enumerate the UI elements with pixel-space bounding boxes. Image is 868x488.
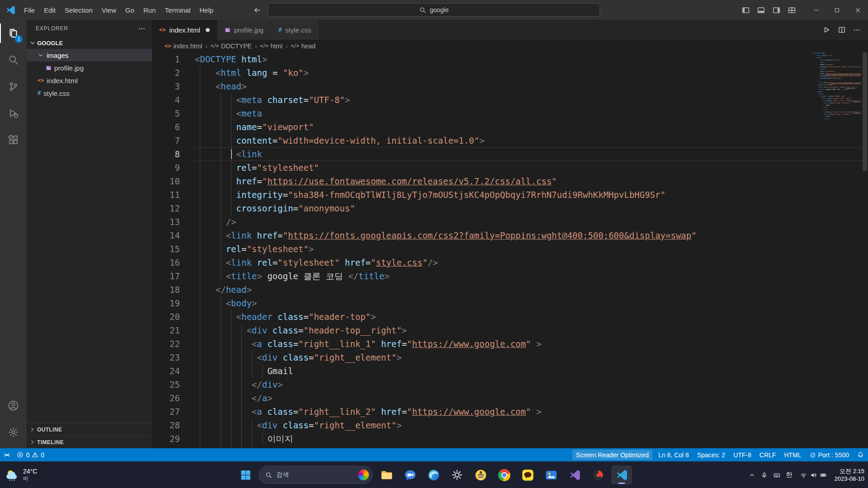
taskbar-photos[interactable] [541,465,561,484]
line-number-26[interactable]: 26 [152,391,180,405]
line-number-21[interactable]: 21 [152,324,180,337]
tab-profile.jpg[interactable]: profile.jpg [217,20,271,40]
taskbar-red-circle-app[interactable] [588,465,609,484]
menu-help[interactable]: Help [195,0,218,20]
code-line-12[interactable]: crossorigin="anonymous" [195,202,863,215]
status-crlf[interactable]: CRLF [755,448,780,461]
line-number-30[interactable]: 30 [152,446,180,448]
code-line-16[interactable]: <link rel="stylesheet" href="style.css"/… [195,256,863,269]
remote-indicator[interactable]: >< [0,448,13,461]
taskbar-chrome[interactable] [494,465,514,484]
code-line-25[interactable]: </div> [195,378,863,391]
code-line-7[interactable]: content="width=device-width, initial-sca… [195,134,863,147]
activitybar-run-and-debug[interactable] [0,100,27,127]
line-number-28[interactable]: 28 [152,418,180,432]
line-number-10[interactable]: 10 [152,174,180,188]
menu-terminal[interactable]: Terminal [160,0,195,20]
code-line-22[interactable]: <a class="right__link_1" href="https://w… [195,337,863,351]
line-number-4[interactable]: 4 [152,93,180,107]
code-line-6[interactable]: name="viewport" [195,120,863,134]
menu-selection[interactable]: Selection [60,0,97,20]
taskbar-file-explorer[interactable] [376,465,397,484]
code-line-24[interactable]: Gmail [195,364,863,378]
weather-widget[interactable]: 24°C 비 [5,468,37,483]
toggle-panel-button[interactable] [753,0,769,20]
notifications-button[interactable] [853,448,868,461]
code-line-19[interactable]: <body> [195,296,863,310]
code-line-5[interactable]: <meta [195,107,863,120]
tree-item-style.css[interactable]: #style.css [27,87,152,99]
line-number-5[interactable]: 5 [152,107,180,120]
tab-index.html[interactable]: <>index.html [152,20,217,40]
breadcrumb-head[interactable]: </>head [291,42,316,50]
line-number-18[interactable]: 18 [152,283,180,296]
code-line-28[interactable]: <div class="right__element"> [195,418,863,432]
taskbar-search-box[interactable]: 검색 [259,466,373,484]
breadcrumb-html[interactable]: </>html [260,42,283,50]
line-number-16[interactable]: 16 [152,256,180,269]
line-number-22[interactable]: 22 [152,337,180,351]
taskbar-kakaotalk[interactable] [517,465,538,484]
tray-hidden-icons[interactable] [749,472,755,478]
code-line-29[interactable]: 이미지 [195,432,863,446]
line-number-3[interactable]: 3 [152,80,180,93]
line-number-29[interactable]: 29 [152,432,180,446]
line-number-27[interactable]: 27 [152,405,180,418]
activitybar-explorer[interactable]: 1 [0,20,27,47]
code-line-4[interactable]: <meta charset="UTF-8"> [195,93,863,107]
status-utf-8[interactable]: UTF-8 [729,448,755,461]
code-line-10[interactable]: href="https://use.fontawesome.com/releas… [195,174,863,188]
tab-style.css[interactable]: #style.css [271,20,319,40]
tree-item-index.html[interactable]: <>index.html [27,74,152,87]
tree-item-images[interactable]: images [27,49,152,61]
workspace-section-header[interactable]: GOOGLE [27,37,152,49]
toggle-secondary-sidebar-button[interactable] [769,0,784,20]
code-line-18[interactable]: </head> [195,283,863,296]
more-actions-icon[interactable] [853,26,861,34]
run-icon[interactable] [822,26,830,34]
tray-touch-keyboard[interactable] [774,472,780,479]
line-number-15[interactable]: 15 [152,242,180,256]
breadcrumb-DOCTYPE[interactable]: </>DOCTYPE [211,42,252,50]
activitybar-accounts[interactable] [0,392,27,419]
menu-run[interactable]: Run [139,0,160,20]
explorer-actions-icon[interactable] [138,25,146,33]
code-line-11[interactable]: integrity="sha384-fnmOCqbTlWIlj8LyTjo7mO… [195,188,863,202]
code-line-9[interactable]: rel="stylesheet" [195,161,863,174]
toggle-sidebar-button[interactable] [738,0,753,20]
problems-indicator[interactable]: 0 0 [13,448,48,461]
line-number-23[interactable]: 23 [152,351,180,364]
editor-scrollbar[interactable] [863,52,867,171]
activitybar-search[interactable] [0,47,27,73]
line-number-20[interactable]: 20 [152,310,180,324]
code-line-17[interactable]: <title> google 클론 코딩 </title> [195,269,863,283]
close-button[interactable] [847,0,868,20]
line-number-19[interactable]: 19 [152,296,180,310]
code-line-2[interactable]: <html lang = "ko"> [195,66,863,80]
code-line-21[interactable]: <div class="header-top__right"> [195,324,863,337]
taskbar-chat[interactable] [400,465,420,484]
code-line-3[interactable]: <head> [195,80,863,93]
taskbar-vscode[interactable] [611,465,632,484]
start-button[interactable] [236,465,255,484]
sidebar-panel-timeline[interactable]: TIMELINE [27,436,152,448]
menu-file[interactable]: File [19,0,39,20]
line-number-13[interactable]: 13 [152,215,180,229]
code-line-1[interactable]: <DOCTYPE html> [195,52,863,66]
tray-ime-korean[interactable]: 한 [786,471,793,479]
minimize-button[interactable] [806,0,826,20]
tray-microphone[interactable] [761,472,768,479]
back-arrow-icon[interactable] [253,6,261,14]
sidebar-panel-outline[interactable]: OUTLINE [27,423,152,436]
line-number-25[interactable]: 25 [152,378,180,391]
modified-dot-icon[interactable] [206,28,210,32]
command-center-search[interactable]: google [268,3,600,17]
activitybar-extensions[interactable] [0,127,27,153]
line-number-1[interactable]: 1 [152,52,180,66]
line-number-8[interactable]: 8 [152,147,180,161]
code-line-30[interactable]: </div> [195,446,863,448]
code-line-13[interactable]: /> [195,215,863,229]
split-editor-icon[interactable] [838,26,846,34]
menu-edit[interactable]: Edit [39,0,60,20]
activitybar-source-control[interactable] [0,73,27,100]
